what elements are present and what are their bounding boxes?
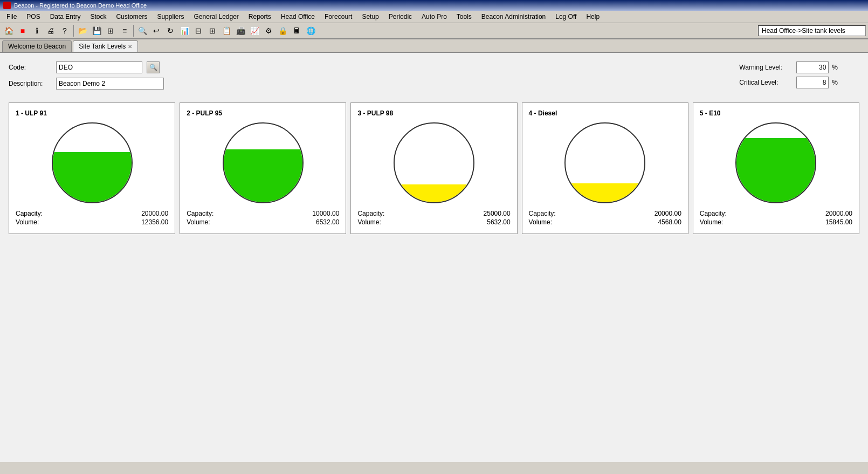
tb-btn-filter[interactable]: 🔍 <box>136 24 149 37</box>
tank-circle-container-4 <box>529 122 681 203</box>
tank-title-4: 4 - Diesel <box>529 109 681 117</box>
volume-label-4: Volume: <box>529 218 552 226</box>
tank-card-4: 4 - Diesel Capacity: 20000.00 Volume: 45… <box>522 102 688 234</box>
menu-item-general-ledger[interactable]: General Ledger <box>189 12 243 22</box>
header-section: Code: 🔍 Description: Warning Level: % Cr… <box>9 61 859 94</box>
code-input[interactable] <box>56 61 142 73</box>
tank-circle-2 <box>223 122 304 203</box>
tank-volume-row-4: Volume: 4568.00 <box>529 218 681 226</box>
tab-welcome-label: Welcome to Beacon <box>8 43 66 50</box>
menu-bar: FilePOSData EntryStockCustomersSuppliers… <box>0 11 868 23</box>
warning-label: Warning Level: <box>739 64 793 71</box>
toolbar-nav-label: Head Office->Site tank levels <box>758 25 866 36</box>
tb-btn-fax[interactable]: 📠 <box>234 24 247 37</box>
toolbar: 🏠 ■ ℹ 🖨 ? 📂 💾 ⊞ ≡ 🔍 ↩ ↻ 📊 ⊟ ⊞ 📋 📠 📈 ⚙ 🔒 … <box>0 23 868 39</box>
capacity-value-3: 25000.00 <box>484 210 511 217</box>
tb-btn-table2[interactable]: ⊞ <box>206 24 219 37</box>
volume-value-5: 15845.00 <box>825 218 852 226</box>
toolbar-nav-box: Head Office->Site tank levels <box>758 25 866 36</box>
menu-item-beacon-administration[interactable]: Beacon Administration <box>477 12 550 22</box>
tb-btn-nav[interactable]: ↩ <box>150 24 163 37</box>
tank-circle-container-2 <box>187 122 339 203</box>
tank-volume-row-1: Volume: 12356.00 <box>16 218 168 226</box>
tb-btn-copy[interactable]: 📋 <box>220 24 233 37</box>
tb-btn-globe[interactable]: 🌐 <box>304 24 317 37</box>
tb-btn-lock[interactable]: 🔒 <box>276 24 289 37</box>
tank-info-4: Capacity: 20000.00 Volume: 4568.00 <box>529 210 681 226</box>
menu-item-help[interactable]: Help <box>582 12 604 22</box>
tb-btn-info[interactable]: ℹ <box>30 24 43 37</box>
tank-volume-row-5: Volume: 15845.00 <box>700 218 852 226</box>
tb-btn-chart[interactable]: 📊 <box>178 24 191 37</box>
tb-btn-list[interactable]: ≡ <box>118 24 131 37</box>
menu-item-periodic[interactable]: Periodic <box>384 12 416 22</box>
code-label: Code: <box>9 64 52 71</box>
warning-pct: % <box>832 64 838 71</box>
tank-circle-container-5 <box>700 122 852 203</box>
volume-label-3: Volume: <box>357 218 381 226</box>
description-row: Description: <box>9 78 164 90</box>
menu-item-data-entry[interactable]: Data Entry <box>46 12 85 22</box>
tank-card-3: 3 - PULP 98 Capacity: 25000.00 Volume: 5… <box>350 102 517 234</box>
menu-item-auto-pro[interactable]: Auto Pro <box>417 12 451 22</box>
tb-btn-red[interactable]: ■ <box>16 24 29 37</box>
tank-fill-1 <box>53 152 132 202</box>
menu-item-pos[interactable]: POS <box>22 12 44 22</box>
menu-item-stock[interactable]: Stock <box>86 12 111 22</box>
capacity-value-2: 10000.00 <box>312 210 339 217</box>
tank-circle-container-1 <box>16 122 168 203</box>
tab-welcome[interactable]: Welcome to Beacon <box>2 40 72 52</box>
tb-btn-table[interactable]: ⊟ <box>192 24 205 37</box>
capacity-label-4: Capacity: <box>529 210 556 217</box>
tb-btn-gear[interactable]: ⚙ <box>262 24 275 37</box>
code-search-button[interactable]: 🔍 <box>147 61 160 73</box>
tank-card-1: 1 - ULP 91 Capacity: 20000.00 Volume: 12… <box>9 102 175 234</box>
tb-btn-save[interactable]: 💾 <box>90 24 103 37</box>
tank-volume-row-3: Volume: 5632.00 <box>357 218 510 226</box>
menu-item-suppliers[interactable]: Suppliers <box>153 12 188 22</box>
tank-capacity-row-2: Capacity: 10000.00 <box>187 210 339 217</box>
tank-info-5: Capacity: 20000.00 Volume: 15845.00 <box>700 210 852 226</box>
menu-item-forecourt[interactable]: Forecourt <box>320 12 356 22</box>
tank-fill-3 <box>395 184 473 202</box>
tab-site-tank-levels[interactable]: Site Tank Levels ✕ <box>73 40 138 52</box>
tank-circle-4 <box>564 122 645 203</box>
tb-btn-calc[interactable]: 🖩 <box>290 24 303 37</box>
tank-info-2: Capacity: 10000.00 Volume: 6532.00 <box>187 210 339 226</box>
volume-value-4: 4568.00 <box>658 218 681 226</box>
menu-item-setup[interactable]: Setup <box>357 12 383 22</box>
menu-item-file[interactable]: File <box>2 12 21 22</box>
menu-item-customers[interactable]: Customers <box>112 12 151 22</box>
tb-btn-refresh[interactable]: ↻ <box>164 24 177 37</box>
tank-capacity-row-4: Capacity: 20000.00 <box>529 210 681 217</box>
tank-volume-row-2: Volume: 6532.00 <box>187 218 339 226</box>
menu-item-log-off[interactable]: Log Off <box>551 12 581 22</box>
tank-title-3: 3 - PULP 98 <box>357 109 510 117</box>
menu-item-tools[interactable]: Tools <box>452 12 476 22</box>
form-left: Code: 🔍 Description: <box>9 61 164 94</box>
description-label: Description: <box>9 80 52 87</box>
description-input[interactable] <box>56 78 164 90</box>
tank-info-3: Capacity: 25000.00 Volume: 5632.00 <box>357 210 510 226</box>
critical-input[interactable] <box>796 77 829 88</box>
tab-close-icon[interactable]: ✕ <box>128 44 132 50</box>
menu-item-reports[interactable]: Reports <box>244 12 275 22</box>
tb-btn-help[interactable]: ? <box>58 24 71 37</box>
tank-fill-2 <box>224 149 302 202</box>
tank-fill-5 <box>736 138 815 202</box>
tb-btn-print[interactable]: 🖨 <box>44 24 57 37</box>
tank-title-1: 1 - ULP 91 <box>16 109 168 117</box>
tank-fill-4 <box>566 183 644 202</box>
tank-title-5: 5 - E10 <box>700 109 852 117</box>
tab-bar: Welcome to Beacon Site Tank Levels ✕ <box>0 39 868 53</box>
warning-input[interactable] <box>796 61 829 73</box>
tank-circle-container-3 <box>357 122 510 203</box>
capacity-label-2: Capacity: <box>187 210 213 217</box>
tb-btn-grid[interactable]: ⊞ <box>104 24 117 37</box>
tb-btn-1[interactable]: 🏠 <box>2 24 15 37</box>
menu-item-head-office[interactable]: Head Office <box>277 12 319 22</box>
tb-btn-open[interactable]: 📂 <box>76 24 89 37</box>
capacity-value-4: 20000.00 <box>655 210 681 217</box>
tb-btn-graph[interactable]: 📈 <box>248 24 261 37</box>
tank-circle-5 <box>735 122 816 203</box>
